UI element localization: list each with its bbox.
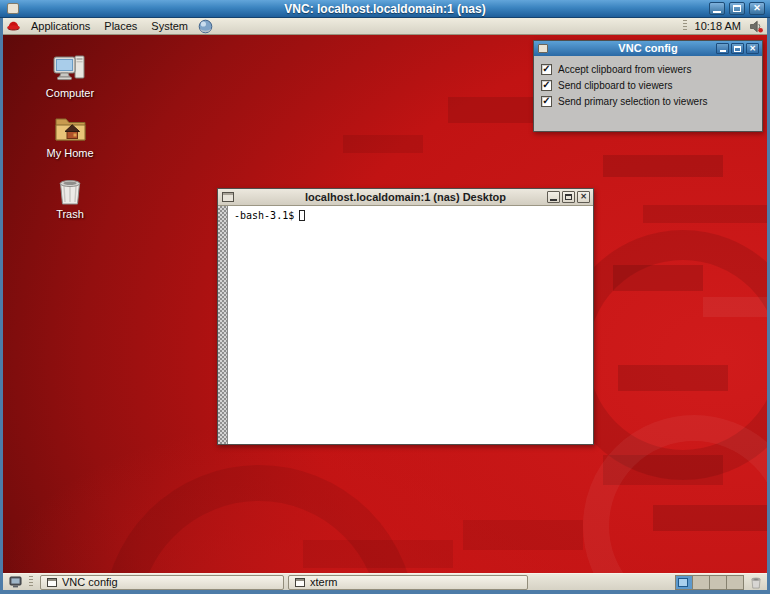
terminal-cursor <box>299 210 305 221</box>
window-frame-edge <box>0 590 770 594</box>
maximize-button[interactable] <box>729 2 745 15</box>
desktop-icon-label: My Home <box>30 147 110 159</box>
minimize-icon <box>720 50 726 52</box>
taskbar-button-vnc-config[interactable]: VNC config <box>40 575 284 590</box>
minimize-button[interactable] <box>709 2 725 15</box>
taskbar-button-label: VNC config <box>62 576 118 588</box>
show-desktop-button[interactable] <box>4 575 26 590</box>
trash-applet[interactable] <box>750 576 762 589</box>
menu-places[interactable]: Places <box>97 18 144 34</box>
xterm-window: localhost.localdomain:1 (nas) Desktop ✕ … <box>217 188 594 445</box>
redhat-menu-icon[interactable] <box>3 20 24 33</box>
computer-icon <box>52 53 88 85</box>
vnc-config-titlebar[interactable]: VNC config ✕ <box>534 41 762 56</box>
terminal-prompt-line: -bash-3.1$ <box>234 210 305 221</box>
option-row: ✓ Accept clipboard from viewers <box>534 61 762 77</box>
workspace-1[interactable] <box>676 576 693 589</box>
bottom-panel: VNC config xterm <box>3 573 767 590</box>
xterm-scrollbar[interactable] <box>218 206 228 444</box>
workspace-2[interactable] <box>693 576 710 589</box>
checkmark-icon: ✓ <box>542 81 550 89</box>
wallpaper-shape <box>603 155 723 177</box>
window-icon <box>295 578 305 587</box>
shell-prompt: -bash-3.1$ <box>234 210 294 221</box>
vnc-config-body: ✓ Accept clipboard from viewers ✓ Send c… <box>534 56 762 109</box>
workspace-switcher <box>675 575 744 590</box>
maximize-icon <box>733 5 741 12</box>
desktop-icon-computer[interactable]: Computer <box>30 53 110 99</box>
checkmark-icon: ✓ <box>542 65 550 73</box>
workspace-4[interactable] <box>727 576 743 589</box>
checkbox-send-clipboard[interactable]: ✓ <box>541 80 552 91</box>
close-icon: ✕ <box>753 4 761 13</box>
volume-icon[interactable] <box>746 20 767 33</box>
minimize-icon <box>713 11 721 13</box>
desktop-icon-trash[interactable]: Trash <box>30 176 110 220</box>
checkbox-send-primary-selection[interactable]: ✓ <box>541 96 552 107</box>
wallpaper-shape <box>463 520 583 550</box>
home-folder-icon <box>52 114 88 145</box>
desktop-icon-label: Trash <box>30 208 110 220</box>
close-icon: ✕ <box>749 45 756 53</box>
wallpaper-shape <box>643 205 767 223</box>
window-controls: ✕ <box>709 2 765 15</box>
vnc-config-controls: ✕ <box>716 43 759 54</box>
window-icon <box>47 578 57 587</box>
option-row: ✓ Send primary selection to viewers <box>534 93 762 109</box>
taskbar-button-label: xterm <box>310 576 338 588</box>
trash-icon <box>56 176 84 206</box>
terminal-area[interactable]: -bash-3.1$ <box>218 206 593 444</box>
close-button[interactable]: ✕ <box>749 2 765 15</box>
tasklist-handle[interactable] <box>29 576 33 588</box>
maximize-icon <box>565 194 572 200</box>
clock[interactable]: 10:18 AM <box>690 20 746 32</box>
option-label: Send clipboard to viewers <box>558 80 673 91</box>
xterm-controls: ✕ <box>547 191 590 203</box>
checkbox-accept-clipboard[interactable]: ✓ <box>541 64 552 75</box>
option-label: Accept clipboard from viewers <box>558 64 691 75</box>
option-row: ✓ Send clipboard to viewers <box>534 77 762 93</box>
desktop-icon-label: Computer <box>30 87 110 99</box>
menu-applications[interactable]: Applications <box>24 18 97 34</box>
menu-system[interactable]: System <box>144 18 195 34</box>
close-button[interactable]: ✕ <box>577 191 590 203</box>
vnc-viewer-window: VNC: localhost.localdomain:1 (nas) ✕ App… <box>0 0 770 594</box>
gnome-panel: Applications Places System 10:18 AM <box>3 18 767 35</box>
web-browser-launcher-icon[interactable] <box>195 19 216 34</box>
close-icon: ✕ <box>580 193 587 201</box>
titlebar[interactable]: VNC: localhost.localdomain:1 (nas) ✕ <box>0 0 770 18</box>
desktop-wallpaper: Computer My Home Trash <box>3 35 767 573</box>
checkmark-icon: ✓ <box>542 97 550 105</box>
maximize-icon <box>734 46 741 52</box>
minimize-button[interactable] <box>716 43 729 54</box>
window-title: VNC: localhost.localdomain:1 (nas) <box>0 2 770 16</box>
option-label: Send primary selection to viewers <box>558 96 708 107</box>
wallpaper-ring <box>103 465 415 573</box>
taskbar-button-xterm[interactable]: xterm <box>288 575 528 590</box>
show-desktop-icon <box>9 576 22 588</box>
maximize-button[interactable] <box>731 43 744 54</box>
close-button[interactable]: ✕ <box>746 43 759 54</box>
trash-icon <box>750 576 762 589</box>
wallpaper-shape <box>343 135 423 153</box>
minimize-icon <box>550 199 557 201</box>
window-frame-edge <box>0 18 3 594</box>
vnc-config-window: VNC config ✕ ✓ Accept clipboard from vie… <box>533 40 763 132</box>
workspace-3[interactable] <box>710 576 727 589</box>
xterm-titlebar[interactable]: localhost.localdomain:1 (nas) Desktop ✕ <box>218 189 593 206</box>
desktop-icon-my-home[interactable]: My Home <box>30 114 110 159</box>
xterm-title: localhost.localdomain:1 (nas) Desktop <box>218 191 593 203</box>
maximize-button[interactable] <box>562 191 575 203</box>
applet-handle[interactable] <box>683 20 687 32</box>
minimize-button[interactable] <box>547 191 560 203</box>
